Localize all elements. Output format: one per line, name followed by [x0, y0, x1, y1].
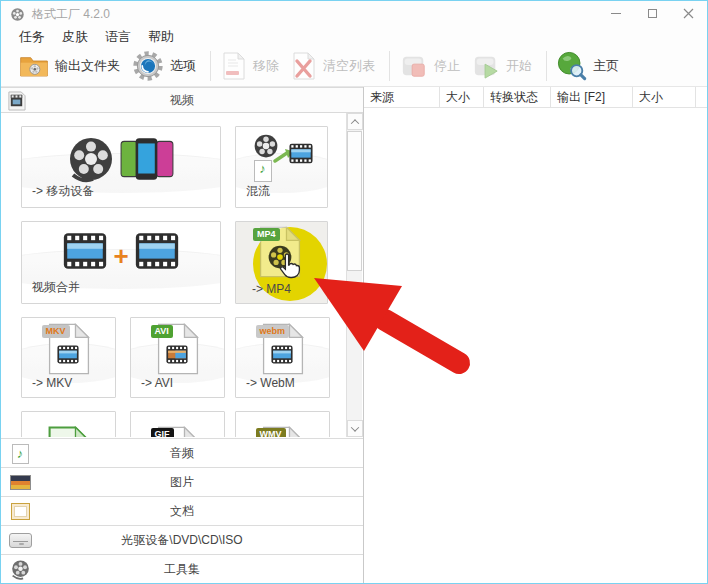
start-icon: [472, 53, 500, 79]
minimize-icon: [611, 13, 621, 14]
tile-gif[interactable]: GIF: [130, 411, 225, 437]
column-output[interactable]: 输出 [F2]: [551, 87, 633, 107]
mkv-file-icon: MKV: [47, 323, 91, 375]
maximize-icon: [648, 9, 657, 18]
plus-icon: +: [113, 232, 128, 280]
webm-file-icon: webm: [261, 323, 305, 375]
format-badge: GIF: [151, 428, 174, 437]
options-button[interactable]: 选项: [128, 48, 204, 84]
filmstrip-icon: [166, 345, 188, 364]
app-window: 格式工厂 4.2.0 任务 皮肤 语言 帮助: [0, 0, 708, 584]
format-badge: MP4: [253, 228, 280, 241]
close-icon: [683, 8, 694, 19]
film-slate-icon: [7, 91, 26, 111]
toolbar-separator: [546, 51, 547, 81]
stop-label: 停止: [434, 57, 460, 75]
home-icon: [557, 51, 587, 81]
format-badge: webm: [256, 325, 290, 338]
category-item-document[interactable]: 文档: [1, 496, 363, 525]
output-folder-button[interactable]: 输出文件夹: [15, 51, 128, 81]
start-button[interactable]: 开始: [468, 51, 540, 81]
document-icon: [8, 500, 32, 523]
file-list-empty-area: [364, 108, 707, 582]
clear-list-button[interactable]: 清空列表: [287, 50, 383, 82]
column-size-2[interactable]: 大小: [633, 87, 696, 107]
remove-icon: [221, 52, 247, 80]
filmstrip-icon: [57, 345, 79, 364]
options-label: 选项: [170, 57, 196, 75]
scroll-thumb[interactable]: [347, 131, 362, 271]
tile-label: 混流: [246, 183, 270, 200]
home-label: 主页: [593, 57, 619, 75]
tile-mobile-devices[interactable]: -> 移动设备: [21, 126, 221, 208]
tile-mkv[interactable]: MKV -> MKV: [21, 317, 116, 398]
tile-video-merge[interactable]: + 视频合并: [21, 221, 221, 304]
category-item-picture[interactable]: 图片: [1, 467, 363, 496]
file-table-header: 来源 大小 转换状态 输出 [F2] 大小: [364, 87, 707, 108]
clear-list-label: 清空列表: [323, 57, 375, 75]
category-label: 图片: [1, 474, 363, 491]
filmstrip-icon: [63, 232, 107, 270]
start-label: 开始: [506, 57, 532, 75]
file-list-panel: 来源 大小 转换状态 输出 [F2] 大小: [364, 87, 707, 583]
tile-label: 视频合并: [32, 279, 80, 296]
wmv-file-icon: WMV: [261, 426, 305, 437]
tile-label: -> MKV: [32, 376, 72, 390]
titlebar: 格式工厂 4.2.0: [1, 1, 707, 27]
minimize-button[interactable]: [609, 7, 623, 19]
category-item-audio[interactable]: ♪ 音频: [1, 438, 363, 467]
category-label: 工具集: [1, 561, 363, 578]
format-badge: AVI: [151, 325, 173, 338]
menu-item-help[interactable]: 帮助: [148, 28, 174, 46]
scroll-up-button[interactable]: [347, 113, 363, 130]
remove-button[interactable]: 移除: [217, 50, 287, 82]
window-title: 格式工厂 4.2.0: [32, 6, 110, 23]
tile-avi[interactable]: AVI -> AVI: [130, 317, 225, 398]
green-file-icon: [47, 426, 91, 437]
music-note-icon: ♪: [259, 161, 266, 176]
tiles-scrollbar: [346, 113, 362, 437]
category-accordion: ♪ 音频 图片 文档 光驱设备\DVD\CD\ISO: [1, 438, 363, 583]
tile-mux[interactable]: ♪: [235, 126, 328, 208]
menu-item-skin[interactable]: 皮肤: [62, 28, 88, 46]
scroll-down-button[interactable]: [347, 420, 363, 437]
app-icon: [10, 7, 25, 22]
chevron-up-icon: [351, 119, 359, 127]
tile-wmv[interactable]: WMV: [235, 411, 330, 437]
optical-drive-icon: [8, 529, 32, 552]
stop-button[interactable]: 停止: [396, 51, 468, 81]
avi-file-icon: AVI: [156, 323, 200, 375]
format-badge: MKV: [42, 325, 70, 338]
column-source[interactable]: 来源: [364, 87, 440, 107]
close-button[interactable]: [681, 7, 695, 19]
chevron-down-icon: [351, 423, 359, 431]
output-folder-label: 输出文件夹: [55, 57, 120, 75]
column-size[interactable]: 大小: [440, 87, 484, 107]
tile-webm[interactable]: webm -> WebM: [235, 317, 330, 398]
menu-item-task[interactable]: 任务: [19, 28, 45, 46]
category-label-video: 视频: [1, 92, 363, 109]
audio-file-icon: ♪: [254, 160, 272, 182]
filmstrip-icon: [289, 143, 313, 164]
home-button[interactable]: 主页: [553, 49, 627, 83]
category-item-rom-device[interactable]: 光驱设备\DVD\CD\ISO: [1, 525, 363, 554]
menu-item-language[interactable]: 语言: [105, 28, 131, 46]
tile-green-format[interactable]: [21, 411, 116, 437]
tile-label: -> AVI: [141, 376, 173, 390]
toolset-reel-icon: [8, 558, 32, 581]
column-convert-state[interactable]: 转换状态: [484, 87, 551, 107]
maximize-button[interactable]: [645, 7, 659, 19]
picture-icon: [8, 471, 32, 494]
toolbar: 输出文件夹 选项 移除: [1, 46, 707, 87]
category-header-video[interactable]: 视频: [1, 87, 363, 113]
mobile-phones-icon: [119, 135, 175, 183]
format-badge: WMV: [256, 428, 286, 437]
category-panel: 视频: [1, 87, 364, 583]
category-label: 音频: [1, 445, 363, 462]
film-reel-icon: [67, 135, 115, 183]
category-item-toolset[interactable]: 工具集: [1, 554, 363, 583]
menubar: 任务 皮肤 语言 帮助: [1, 27, 707, 46]
folder-icon: [19, 53, 49, 79]
tile-mp4[interactable]: MP4 -> MP4: [235, 221, 328, 304]
category-label: 光驱设备\DVD\CD\ISO: [1, 532, 363, 549]
